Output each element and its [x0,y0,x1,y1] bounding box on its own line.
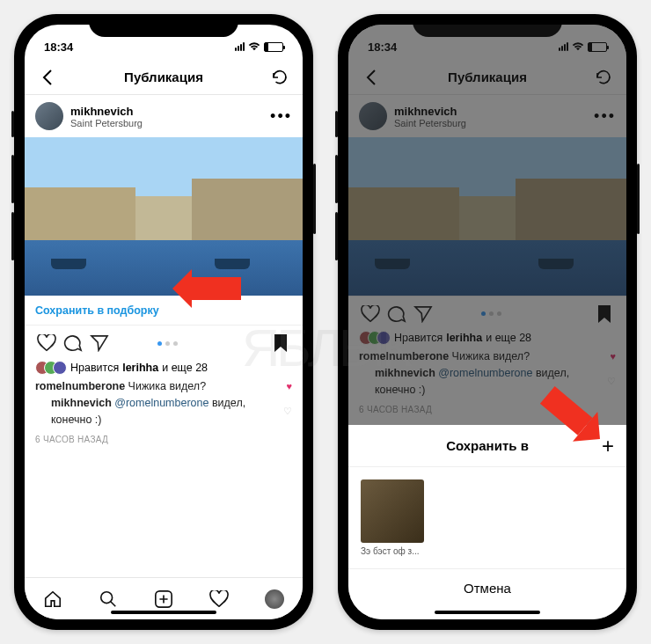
comment-icon [63,334,83,352]
plus-square-icon [154,589,173,609]
heart-icon [37,334,56,352]
phone-frame-left: 18:34 Публикация mikhnevich Saint Peters… [14,14,313,630]
heart-outline-icon [209,590,229,608]
refresh-button[interactable] [269,67,290,88]
save-to-sheet: Сохранить в + Зэ бэст оф з... Отмена [348,425,626,619]
send-icon [90,334,109,352]
author-location[interactable]: Saint Petersburg [70,118,143,128]
like-button[interactable] [33,330,60,356]
comment-like-icon[interactable]: ♥ [286,379,292,394]
post-more-button[interactable]: ••• [270,107,292,126]
comment-button[interactable] [60,330,86,356]
post-actions [25,326,303,361]
cellular-icon [235,42,245,51]
collection-thumbnail [361,479,424,543]
comment-text: Чижика видел? [128,380,207,392]
reply-author: mikhnevich [51,397,112,409]
nav-header: Публикация [25,60,303,95]
post-header: mikhnevich Saint Petersburg ••• [25,95,303,137]
likes-count-text: и еще 28 [162,362,208,374]
home-indicator [435,611,540,614]
tab-activity[interactable] [208,588,230,611]
search-icon [99,589,118,609]
author-avatar[interactable] [35,102,63,130]
tab-profile[interactable] [263,588,286,611]
likes-highlight-user: lerihha [122,362,158,374]
carousel-dots [157,341,178,346]
profile-avatar-icon [265,589,284,609]
page-title: Публикация [124,70,203,84]
home-indicator [111,611,216,614]
author-meta: mikhnevich Saint Petersburg [70,105,143,128]
battery-icon [264,42,283,52]
comment-row[interactable]: romelnumberone Чижика видел? ♥ [35,378,292,395]
status-bar: 18:34 [25,25,303,60]
bookmark-icon [273,333,289,353]
liker-avatars [35,361,67,375]
svg-point-0 [101,591,113,603]
reply-like-icon[interactable]: ♡ [283,404,292,419]
sheet-title: Сохранить в [446,438,529,453]
tab-home[interactable] [41,588,64,611]
screen-left: 18:34 Публикация mikhnevich Saint Peters… [25,25,303,619]
collections-grid: Зэ бэст оф з... [348,467,626,568]
status-time: 18:34 [44,40,73,54]
sheet-cancel-button[interactable]: Отмена [348,568,626,607]
back-button[interactable] [37,67,58,88]
bookmark-button[interactable] [267,330,294,356]
comment-reply-row[interactable]: mikhnevich @romelnumberone видел, конечн… [35,395,292,428]
tab-new-post[interactable] [152,588,175,611]
collection-name: Зэ бэст оф з... [361,546,424,556]
comments-block: romelnumberone Чижика видел? ♥ mikhnevic… [25,375,303,431]
status-icons [235,42,283,52]
chevron-left-icon [42,70,53,85]
home-icon [43,589,62,609]
likes-row[interactable]: Нравится lerihha и еще 28 [25,361,303,375]
likes-label: Нравится [70,362,119,374]
author-username[interactable]: mikhnevich [70,105,143,118]
screen-right: 18:34 Публикация mikhnevich Saint Peters… [348,25,626,619]
phone-frame-right: 18:34 Публикация mikhnevich Saint Peters… [338,14,637,630]
post-timestamp: 6 ЧАСОВ НАЗАД [25,431,303,448]
share-button[interactable] [86,330,113,356]
comment-author: romelnumberone [35,380,125,392]
collection-item[interactable]: Зэ бэст оф з... [361,479,424,556]
tab-search[interactable] [97,588,120,611]
reply-mention: @romelnumberone [114,397,208,409]
refresh-icon [271,69,289,86]
wifi-icon [248,42,260,51]
